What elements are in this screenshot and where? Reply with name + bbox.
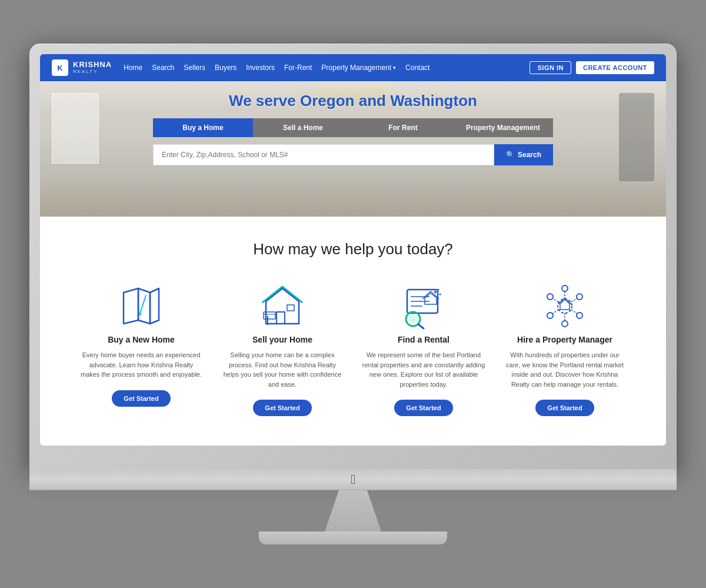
dropdown-chevron-icon: ▾ xyxy=(393,65,396,71)
hero-search-input[interactable] xyxy=(153,144,494,165)
nav-link-home[interactable]: Home xyxy=(124,64,142,72)
svg-point-26 xyxy=(562,285,568,291)
sell-home-icon xyxy=(256,282,309,329)
nav-link-sellers[interactable]: Sellers xyxy=(184,64,205,72)
svg-line-34 xyxy=(571,310,577,314)
hero-tabs: Buy a Home Sell a Home For Rent Property… xyxy=(153,118,553,137)
svg-point-21 xyxy=(434,291,437,293)
svg-line-3 xyxy=(140,295,146,313)
hero-search-button[interactable]: 🔍 Search xyxy=(494,144,553,165)
help-card-rental: Find a Rental We represent some of the b… xyxy=(362,282,485,416)
rental-get-started-button[interactable]: Get Started xyxy=(394,400,452,416)
nav-link-for-rent[interactable]: For-Rent xyxy=(284,64,312,72)
nav-logo: K KRISHNA REALTY xyxy=(52,59,112,76)
help-card-sell-desc: Selling your home can be a complex proce… xyxy=(221,350,344,389)
svg-point-29 xyxy=(562,321,568,327)
svg-point-22 xyxy=(438,288,439,290)
nav-actions: SIGN IN CREATE ACCOUNT xyxy=(530,61,654,74)
help-card-rental-desc: We represent some of the best Portland r… xyxy=(362,350,485,389)
search-icon: 🔍 xyxy=(506,151,515,159)
help-card-buy: Buy a New Home Every home buyer needs an… xyxy=(79,282,203,416)
signin-button[interactable]: SIGN IN xyxy=(530,61,571,74)
nav-link-property-management[interactable]: Property Management ▾ xyxy=(321,64,396,72)
svg-line-12 xyxy=(282,287,302,303)
logo-letter: K xyxy=(57,64,62,72)
sell-get-started-button[interactable]: Get Started xyxy=(253,400,311,416)
svg-marker-1 xyxy=(138,288,150,324)
imac-screen-bezel: K KRISHNA REALTY Home Search Sellers Buy… xyxy=(29,44,677,469)
svg-point-19 xyxy=(409,315,417,323)
svg-point-31 xyxy=(547,294,553,300)
help-section: How may we help you today? xyxy=(40,217,666,446)
logo-sub: REALTY xyxy=(73,69,112,75)
help-card-rental-title: Find a Rental xyxy=(398,335,449,344)
svg-marker-2 xyxy=(150,288,159,324)
hero-title: We serve Oregon and Washington xyxy=(229,92,477,110)
nav-links: Home Search Sellers Buyers Investors For… xyxy=(124,64,530,72)
logo-icon-box: K xyxy=(52,59,68,76)
svg-point-23 xyxy=(439,293,441,295)
nav-link-search[interactable]: Search xyxy=(152,64,174,72)
svg-line-11 xyxy=(262,287,282,303)
svg-point-4 xyxy=(139,313,141,315)
hero-tab-rent[interactable]: For Rent xyxy=(353,118,453,137)
help-card-manager-title: Hire a Property Manager xyxy=(517,335,612,344)
help-card-manager: Hire a Property Manager With hundreds of… xyxy=(503,282,627,416)
manager-icon xyxy=(538,282,591,329)
svg-marker-0 xyxy=(124,288,138,324)
svg-line-33 xyxy=(571,298,577,302)
help-title: How may we help you today? xyxy=(52,240,654,258)
manager-get-started-button[interactable]: Get Started xyxy=(535,400,594,416)
help-card-sell: Sell your Home Selling your home can be … xyxy=(221,282,344,416)
help-card-buy-desc: Every home buyer needs an experienced ad… xyxy=(79,350,203,380)
svg-line-36 xyxy=(552,310,558,314)
hero-tab-buy[interactable]: Buy a Home xyxy=(153,118,253,137)
nav-link-buyers[interactable]: Buyers xyxy=(215,64,237,72)
rental-icon xyxy=(397,282,450,329)
help-card-buy-title: Buy a New Home xyxy=(108,335,175,344)
svg-point-28 xyxy=(577,313,582,318)
help-card-sell-title: Sell your Home xyxy=(252,335,312,344)
apple-logo-icon:  xyxy=(351,472,355,487)
imac-stand-base xyxy=(259,531,447,544)
svg-line-37 xyxy=(552,298,558,302)
svg-rect-6 xyxy=(277,312,285,324)
svg-point-30 xyxy=(547,313,553,318)
svg-rect-7 xyxy=(287,305,294,311)
help-card-manager-desc: With hundreds of properties under our ca… xyxy=(503,350,627,389)
nav-link-investors[interactable]: Investors xyxy=(246,64,275,72)
buy-home-icon xyxy=(115,282,168,329)
hero-search-bar: 🔍 Search xyxy=(153,144,553,165)
svg-point-27 xyxy=(577,294,582,300)
logo-name: KRISHNA xyxy=(73,61,112,69)
imac-stand-neck xyxy=(318,490,388,531)
logo-text: KRISHNA REALTY xyxy=(73,61,112,74)
imac-wrapper: K KRISHNA REALTY Home Search Sellers Buy… xyxy=(29,44,677,544)
hero-section: We serve Oregon and Washington Buy a Hom… xyxy=(40,81,666,217)
hero-tab-property[interactable]: Property Management xyxy=(453,118,553,137)
imac-screen: K KRISHNA REALTY Home Search Sellers Buy… xyxy=(40,54,666,446)
site-nav: K KRISHNA REALTY Home Search Sellers Buy… xyxy=(40,54,666,81)
nav-link-contact[interactable]: Contact xyxy=(405,64,429,72)
buy-get-started-button[interactable]: Get Started xyxy=(112,390,170,407)
svg-line-20 xyxy=(418,324,424,328)
help-cards: Buy a New Home Every home buyer needs an… xyxy=(71,282,635,416)
imac-chin:  xyxy=(29,469,677,490)
hero-tab-sell[interactable]: Sell a Home xyxy=(253,118,353,137)
create-account-button[interactable]: CREATE ACCOUNT xyxy=(576,61,654,74)
